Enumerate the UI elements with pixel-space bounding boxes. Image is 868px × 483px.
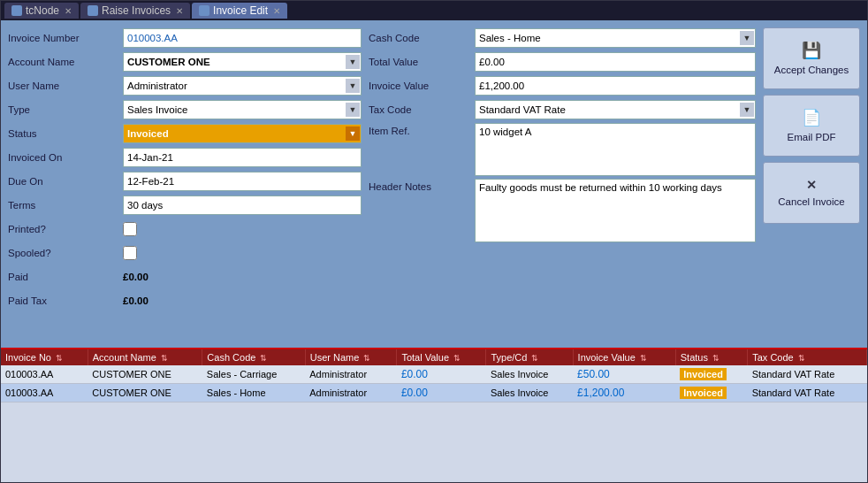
header-notes-label: Header Notes	[369, 179, 475, 192]
cancel-icon: ✕	[806, 178, 817, 192]
table-row[interactable]: 010003.AACUSTOMER ONESales - CarriageAdm…	[1, 365, 867, 384]
status-row: Status Invoiced ▼	[8, 123, 362, 144]
sort-type-cd: ⇅	[531, 354, 538, 363]
paid-tax-label: Paid Tax	[8, 295, 123, 306]
col-tax-code[interactable]: Tax Code ⇅	[748, 349, 867, 365]
account-name-label: Account Name	[8, 57, 123, 67]
header-notes-textarea[interactable]: Faulty goods must be returned within 10 …	[475, 179, 756, 242]
bottom-area: Invoice No ⇅ Account Name ⇅ Cash Code ⇅ …	[1, 348, 867, 482]
sort-tax-code: ⇅	[798, 354, 805, 363]
status-select[interactable]: Invoiced	[123, 124, 362, 143]
user-name-row: User Name Administrator ▼	[8, 75, 362, 96]
table-row[interactable]: 010003.AACUSTOMER ONESales - HomeAdminis…	[1, 384, 867, 402]
col-account-name[interactable]: Account Name ⇅	[88, 349, 202, 365]
accept-changes-button[interactable]: 💾 Accept Changes	[763, 27, 860, 89]
tab-close-invoice-edit[interactable]: ✕	[273, 6, 280, 16]
titlebar: tcNode ✕ Raise Invoices ✕ Invoice Edit ✕	[1, 1, 867, 20]
paid-value: £0.00	[123, 272, 148, 282]
tab-close-raise-invoices[interactable]: ✕	[176, 6, 183, 16]
cash-code-select[interactable]: Sales - Home	[475, 28, 756, 48]
sort-status: ⇅	[712, 354, 720, 363]
sort-cash-code: ⇅	[260, 354, 267, 363]
right-panel: 💾 Accept Changes 📄 Email PDF ✕ Cancel In…	[763, 27, 860, 341]
col-cash-code[interactable]: Cash Code ⇅	[202, 349, 305, 365]
invoice-value-row: Invoice Value	[369, 75, 756, 96]
sort-invoice-no: ⇅	[56, 354, 63, 363]
terms-input[interactable]	[123, 196, 362, 215]
status-wrapper: Invoiced ▼	[123, 124, 362, 143]
tax-code-wrapper: Standard VAT Rate ▼	[475, 100, 756, 119]
paid-tax-value: £0.00	[123, 295, 148, 306]
item-ref-row: Item Ref. 10 widget A	[369, 123, 756, 176]
col-invoice-no[interactable]: Invoice No ⇅	[1, 349, 88, 365]
item-ref-textarea[interactable]: 10 widget A	[475, 123, 756, 176]
col-status[interactable]: Status ⇅	[675, 349, 747, 365]
email-pdf-label: Email PDF	[788, 131, 836, 144]
cash-code-wrapper: Sales - Home ▼	[475, 28, 756, 48]
due-on-row: Due On	[8, 171, 362, 192]
table-body: 010003.AACUSTOMER ONESales - CarriageAdm…	[1, 365, 867, 402]
save-icon: 💾	[802, 41, 821, 60]
user-name-label: User Name	[8, 80, 123, 91]
paid-row: Paid £0.00	[8, 266, 362, 288]
invoices-table: Invoice No ⇅ Account Name ⇅ Cash Code ⇅ …	[1, 349, 867, 402]
user-name-select[interactable]: Administrator	[123, 76, 362, 96]
col-total-value[interactable]: Total Value ⇅	[397, 349, 486, 365]
invoiced-on-input[interactable]	[123, 148, 362, 167]
printed-checkbox[interactable]	[123, 222, 137, 236]
header-notes-row: Header Notes Faulty goods must be return…	[369, 179, 756, 242]
table-wrapper[interactable]: Invoice No ⇅ Account Name ⇅ Cash Code ⇅ …	[1, 349, 867, 482]
sort-user-name: ⇅	[363, 354, 370, 363]
cash-code-row: Cash Code Sales - Home ▼	[369, 27, 756, 49]
tab-raise-invoices[interactable]: Raise Invoices ✕	[80, 3, 190, 19]
type-wrapper: Sales Invoice ▼	[123, 100, 362, 119]
tax-code-select[interactable]: Standard VAT Rate	[475, 100, 756, 119]
tab-invoice-edit[interactable]: Invoice Edit ✕	[192, 3, 287, 19]
type-label: Type	[8, 104, 123, 115]
status-label: Status	[8, 128, 123, 139]
email-pdf-button[interactable]: 📄 Email PDF	[763, 95, 860, 157]
total-value-row: Total Value	[369, 51, 756, 73]
middle-panel: Cash Code Sales - Home ▼ Total Value Inv…	[369, 27, 756, 341]
invoice-value-input[interactable]	[475, 76, 756, 96]
spooled-row: Spooled?	[8, 242, 362, 264]
tab-close-tcnode[interactable]: ✕	[65, 6, 72, 16]
spooled-checkbox[interactable]	[123, 246, 137, 260]
invoice-number-input[interactable]	[123, 28, 362, 48]
tax-code-label: Tax Code	[369, 104, 475, 115]
due-on-input[interactable]	[123, 172, 362, 191]
col-type-cd[interactable]: Type/Cd ⇅	[486, 349, 573, 365]
tcnode-icon	[11, 5, 22, 16]
col-invoice-value[interactable]: Invoice Value ⇅	[573, 349, 675, 365]
tab-tcnode[interactable]: tcNode ✕	[4, 3, 79, 19]
invoice-number-label: Invoice Number	[8, 33, 123, 43]
account-name-row: Account Name CUSTOMER ONE ▼	[8, 51, 362, 73]
accept-changes-label: Accept Changes	[774, 64, 849, 77]
invoiced-on-row: Invoiced On	[8, 147, 362, 168]
printed-label: Printed?	[8, 224, 123, 234]
cash-code-label: Cash Code	[369, 33, 475, 43]
cancel-invoice-button[interactable]: ✕ Cancel Invoice	[763, 162, 860, 224]
email-icon: 📄	[802, 108, 821, 127]
invoice-edit-icon	[199, 5, 209, 16]
invoiced-on-label: Invoiced On	[8, 152, 123, 163]
total-value-input[interactable]	[475, 52, 756, 72]
user-name-wrapper: Administrator ▼	[123, 76, 362, 96]
invoice-number-row: Invoice Number	[8, 27, 362, 49]
left-panel: Invoice Number Account Name CUSTOMER ONE…	[8, 27, 362, 341]
sort-total-value: ⇅	[453, 354, 461, 363]
terms-label: Terms	[8, 200, 123, 211]
terms-row: Terms	[8, 195, 362, 216]
paid-tax-row: Paid Tax £0.00	[8, 290, 362, 311]
paid-label: Paid	[8, 272, 123, 282]
printed-row: Printed?	[8, 218, 362, 240]
table-header-row: Invoice No ⇅ Account Name ⇅ Cash Code ⇅ …	[1, 349, 867, 365]
account-name-wrapper: CUSTOMER ONE ▼	[123, 52, 362, 72]
tax-code-row: Tax Code Standard VAT Rate ▼	[369, 99, 756, 120]
cancel-invoice-label: Cancel Invoice	[778, 196, 844, 209]
account-name-select[interactable]: CUSTOMER ONE	[123, 52, 362, 72]
col-user-name[interactable]: User Name ⇅	[305, 349, 397, 365]
raise-invoices-icon	[88, 5, 98, 16]
type-select[interactable]: Sales Invoice	[123, 100, 362, 119]
sort-account-name: ⇅	[161, 354, 168, 363]
